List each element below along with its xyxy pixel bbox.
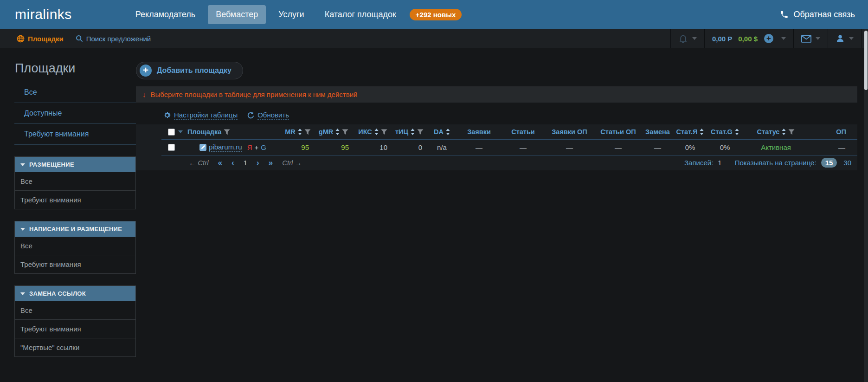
cell-stat-ya: 0% [673, 140, 707, 155]
sidebar-item-attention[interactable]: Требуют внимания [14, 124, 136, 145]
sidebar-item-dead-links[interactable]: "Мертвые" ссылки [15, 338, 135, 356]
sidebar-item-all[interactable]: Все [14, 82, 136, 103]
pagination-info: Записей: 1 Показывать на странице: 15 30 [684, 158, 851, 168]
section-placement-header[interactable]: РАЗМЕЩЕНИЕ [15, 157, 135, 172]
sidebar-item-writing-attention[interactable]: Требуют внимания [15, 255, 135, 273]
select-all-checkbox[interactable] [168, 129, 175, 136]
column-header-requests[interactable]: Заявки [467, 128, 491, 136]
page-last-button[interactable]: » [269, 158, 273, 168]
column-header-da[interactable]: DA [434, 128, 444, 136]
column-header-op[interactable]: ОП [836, 128, 846, 136]
sidebar-item-replacement-attention[interactable]: Требуют внимания [15, 319, 135, 338]
filter-icon[interactable] [304, 129, 311, 135]
down-arrow-icon: ↓ [142, 91, 146, 98]
filter-icon[interactable] [224, 129, 230, 135]
platforms-link[interactable]: Площадки [17, 35, 64, 43]
sidebar-item-replacement-all[interactable]: Все [15, 301, 135, 319]
nav-services[interactable]: Услуги [270, 5, 312, 24]
filter-icon[interactable] [342, 129, 348, 135]
search-offers-label: Поиск предложений [86, 35, 151, 43]
column-header-iks[interactable]: ИКС [358, 128, 372, 136]
sidebar-item-placement-all[interactable]: Все [15, 172, 135, 190]
cell-status: Активная [742, 140, 810, 155]
sub-nav: Площадки Поиск предложений 0,00 Р 0,00 $… [0, 29, 868, 48]
messages-button[interactable] [793, 29, 828, 48]
chevron-down-icon [692, 37, 697, 40]
column-header-articles-op[interactable]: Статьи ОП [600, 128, 636, 136]
section-link-replacement: ЗАМЕНА ССЫЛОК Все Требуют внимания "Мерт… [14, 285, 136, 357]
content: Площадки Все Доступные Требуют внимания … [0, 48, 868, 357]
column-header-site[interactable]: Площадка [187, 128, 221, 136]
feedback-link[interactable]: Обратная связь [780, 10, 855, 19]
column-header-stat-ya[interactable]: Стат.Я [676, 128, 698, 136]
refresh-link[interactable]: Обновить [247, 111, 289, 120]
site-link[interactable]: pibarum.ru [209, 143, 242, 152]
cell-requests-op: — [545, 140, 594, 155]
profile-button[interactable] [828, 29, 862, 48]
main-nav: Рекламодатель Вебмастер Услуги Каталог п… [128, 5, 462, 24]
chevron-down-icon [781, 37, 786, 40]
balance-usd: 0,00 $ [738, 35, 758, 43]
add-funds-icon[interactable]: + [764, 34, 773, 43]
scrollbar-thumb[interactable] [864, 31, 868, 90]
yandex-indicator: Я [247, 143, 252, 151]
table-settings-link[interactable]: Настройки таблицы [163, 111, 238, 120]
platforms-label: Площадки [28, 35, 64, 43]
section-writing-placement-header[interactable]: НАПИСАНИЕ И РАЗМЕЩЕНИЕ [15, 221, 135, 237]
row-checkbox[interactable] [168, 144, 175, 151]
filter-icon[interactable] [381, 129, 387, 135]
add-platform-button[interactable]: + Добавить площадку [136, 62, 243, 79]
sidebar-item-placement-attention[interactable]: Требуют внимания [15, 190, 135, 209]
filter-icon[interactable] [417, 129, 424, 135]
sort-icon[interactable] [446, 129, 450, 135]
filter-icon[interactable] [788, 129, 795, 135]
sidebar-item-available[interactable]: Доступные [14, 103, 136, 124]
site-edit-icon[interactable] [199, 144, 206, 151]
page-first-button[interactable]: « [218, 158, 222, 168]
chevron-down-icon[interactable] [178, 130, 183, 133]
sort-icon[interactable] [298, 129, 302, 135]
per-page-15[interactable]: 15 [821, 158, 837, 168]
sort-icon[interactable] [335, 129, 340, 135]
platforms-table: Площадка MR gMR [161, 124, 857, 155]
page-prev-ctrl[interactable]: ← Ctrl [189, 159, 209, 167]
column-header-tic[interactable]: тИЦ [395, 128, 408, 136]
mail-icon [801, 35, 811, 43]
cell-replace: — [643, 140, 673, 155]
balance-button[interactable]: 0,00 Р 0,00 $ + [704, 29, 793, 48]
page-next-ctrl[interactable]: Ctrl → [282, 159, 302, 167]
plus-separator: + [255, 143, 259, 151]
notifications-button[interactable] [670, 29, 704, 48]
nav-webmaster[interactable]: Вебмастер [208, 5, 266, 24]
feedback-label: Обратная связь [793, 10, 855, 19]
sort-icon[interactable] [735, 129, 739, 135]
section-link-replacement-header[interactable]: ЗАМЕНА ССЫЛОК [15, 286, 135, 301]
logo[interactable]: miralinks [15, 6, 72, 22]
page-next-button[interactable]: › [257, 158, 259, 168]
new-sites-badge[interactable]: +292 новых [410, 9, 462, 20]
column-header-replace[interactable]: Замена [645, 128, 670, 136]
page-prev-button[interactable]: ‹ [231, 158, 234, 168]
main-area: + Добавить площадку ↓ Выберите площадки … [136, 62, 857, 170]
nav-advertiser[interactable]: Рекламодатель [128, 5, 203, 24]
column-header-status[interactable]: Статус [757, 128, 780, 136]
nav-catalog[interactable]: Каталог площадок [317, 5, 404, 24]
sort-icon[interactable] [700, 129, 704, 135]
column-header-requests-op[interactable]: Заявки ОП [552, 128, 587, 136]
cell-articles: — [501, 140, 545, 155]
sidebar-item-writing-all[interactable]: Все [15, 237, 135, 255]
section-writing-placement: НАПИСАНИЕ И РАЗМЕЩЕНИЕ Все Требуют внима… [14, 221, 136, 274]
search-offers-link[interactable]: Поиск предложений [76, 35, 151, 43]
per-page-30[interactable]: 30 [843, 159, 851, 167]
column-header-articles[interactable]: Статьи [511, 128, 535, 136]
column-header-stat-g[interactable]: Стат.G [711, 128, 733, 136]
column-header-gmr[interactable]: gMR [319, 128, 333, 136]
scrollbar-track[interactable] [864, 29, 868, 382]
sort-icon[interactable] [411, 129, 415, 135]
selection-notice-text: Выберите площадки в таблице для применен… [151, 91, 358, 98]
table-row: pibarum.ru Я + G 95 95 10 0 n/a — — — [161, 140, 857, 155]
current-page: 1 [244, 159, 247, 167]
sort-icon[interactable] [782, 129, 786, 135]
column-header-mr[interactable]: MR [285, 128, 296, 136]
sort-icon[interactable] [374, 129, 379, 135]
